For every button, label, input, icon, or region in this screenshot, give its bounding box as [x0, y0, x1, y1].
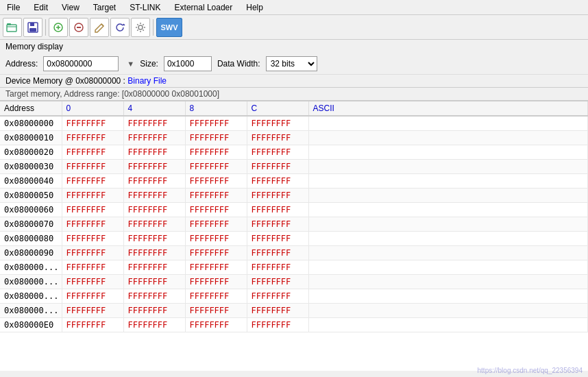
cell-col0: FFFFFFFF	[62, 232, 123, 246]
col-header-address: Address	[0, 101, 62, 116]
cell-col0: FFFFFFFF	[62, 145, 123, 160]
toolbar-separator-2	[153, 19, 154, 36]
settings-button[interactable]	[131, 18, 150, 37]
cell-address: 0x080000...	[0, 275, 62, 289]
menu-target[interactable]: Target	[89, 1, 120, 14]
cell-col4: FFFFFFFF	[123, 203, 185, 217]
cell-colc: FFFFFFFF	[247, 289, 308, 304]
cell-ascii	[308, 131, 588, 145]
col-header-8: 8	[185, 101, 247, 116]
cell-address: 0x08000060	[0, 203, 62, 217]
cell-colc: FFFFFFFF	[247, 203, 308, 217]
memory-display-section: Memory display	[0, 40, 588, 53]
menu-bar: File Edit View Target ST-LINK External L…	[0, 0, 588, 15]
col-header-4: 4	[123, 101, 185, 116]
cell-address: 0x08000050	[0, 188, 62, 203]
cell-col0: FFFFFFFF	[62, 260, 123, 275]
menu-stlink[interactable]: ST-LINK	[125, 1, 164, 14]
cell-ascii	[308, 116, 588, 131]
cell-col8: FFFFFFFF	[185, 217, 247, 232]
cell-col8: FFFFFFFF	[185, 174, 247, 188]
cell-col8: FFFFFFFF	[185, 160, 247, 174]
cell-address: 0x08000010	[0, 131, 62, 145]
save-button[interactable]	[23, 18, 42, 37]
cell-colc: FFFFFFFF	[247, 304, 308, 318]
table-header-row: Address 0 4 8 C ASCII	[0, 101, 588, 116]
table-row: 0x08000060 FFFFFFFF FFFFFFFF FFFFFFFF FF…	[0, 203, 588, 217]
device-memory-text: Device Memory @ 0x08000000 :	[5, 76, 125, 86]
cell-colc: FFFFFFFF	[247, 260, 308, 275]
swv-button[interactable]: SWV	[156, 18, 182, 37]
cell-col0: FFFFFFFF	[62, 246, 123, 260]
cell-ascii	[308, 145, 588, 160]
cell-address: 0x08000090	[0, 246, 62, 260]
edit-button[interactable]	[90, 18, 109, 37]
cell-col0: FFFFFFFF	[62, 318, 123, 332]
cell-ascii	[308, 174, 588, 188]
address-label: Address:	[5, 59, 38, 69]
table-row: 0x08000020 FFFFFFFF FFFFFFFF FFFFFFFF FF…	[0, 145, 588, 160]
open-button[interactable]	[3, 18, 22, 37]
cell-col4: FFFFFFFF	[123, 145, 185, 160]
refresh-button[interactable]	[110, 18, 130, 37]
cell-col8: FFFFFFFF	[185, 246, 247, 260]
cell-col0: FFFFFFFF	[62, 289, 123, 304]
cell-col0: FFFFFFFF	[62, 131, 123, 145]
cell-col4: FFFFFFFF	[123, 275, 185, 289]
menu-view[interactable]: View	[58, 1, 84, 14]
table-row: 0x080000... FFFFFFFF FFFFFFFF FFFFFFFF F…	[0, 304, 588, 318]
size-label: Size:	[140, 59, 158, 69]
table-row: 0x080000... FFFFFFFF FFFFFFFF FFFFFFFF F…	[0, 275, 588, 289]
cell-col8: FFFFFFFF	[185, 275, 247, 289]
watermark: https://blog.csdn.net/qq_22356394	[478, 367, 583, 374]
table-row: 0x080000... FFFFFFFF FFFFFFFF FFFFFFFF F…	[0, 260, 588, 275]
cell-colc: FFFFFFFF	[247, 116, 308, 131]
cell-colc: FFFFFFFF	[247, 232, 308, 246]
menu-external-loader[interactable]: External Loader	[171, 1, 237, 14]
svg-rect-0	[7, 25, 16, 32]
svg-point-7	[138, 25, 143, 29]
cell-ascii	[308, 260, 588, 275]
toolbar-separator-1	[45, 19, 46, 36]
data-width-select[interactable]: 8 bits 16 bits 32 bits	[266, 56, 317, 71]
cell-col0: FFFFFFFF	[62, 275, 123, 289]
cell-ascii	[308, 318, 588, 332]
cell-ascii	[308, 289, 588, 304]
table-body: 0x08000000 FFFFFFFF FFFFFFFF FFFFFFFF FF…	[0, 116, 588, 332]
menu-edit[interactable]: Edit	[29, 1, 52, 14]
table-row: 0x08000090 FFFFFFFF FFFFFFFF FFFFFFFF FF…	[0, 246, 588, 260]
cell-col4: FFFFFFFF	[123, 174, 185, 188]
col-header-ascii: ASCII	[308, 101, 588, 116]
disconnect-button[interactable]	[69, 18, 88, 37]
info-bar: Device Memory @ 0x08000000 : Binary File	[0, 75, 588, 88]
toolbar: SWV	[0, 15, 588, 40]
menu-help[interactable]: Help	[242, 1, 267, 14]
cell-address: 0x08000040	[0, 174, 62, 188]
cell-colc: FFFFFFFF	[247, 174, 308, 188]
table-row: 0x08000000 FFFFFFFF FFFFFFFF FFFFFFFF FF…	[0, 116, 588, 131]
cell-col4: FFFFFFFF	[123, 260, 185, 275]
binary-file-link[interactable]: Binary File	[127, 76, 167, 86]
address-input[interactable]	[43, 56, 119, 71]
table-row: 0x08000030 FFFFFFFF FFFFFFFF FFFFFFFF FF…	[0, 160, 588, 174]
table-row: 0x08000040 FFFFFFFF FFFFFFFF FFFFFFFF FF…	[0, 174, 588, 188]
cell-col8: FFFFFFFF	[185, 304, 247, 318]
cell-col4: FFFFFFFF	[123, 232, 185, 246]
cell-col8: FFFFFFFF	[185, 145, 247, 160]
cell-address: 0x080000E0	[0, 318, 62, 332]
connect-button[interactable]	[49, 18, 68, 37]
cell-col0: FFFFFFFF	[62, 174, 123, 188]
cell-col0: FFFFFFFF	[62, 304, 123, 318]
cell-col4: FFFFFFFF	[123, 318, 185, 332]
cell-ascii	[308, 232, 588, 246]
size-input[interactable]	[164, 56, 212, 71]
cell-colc: FFFFFFFF	[247, 246, 308, 260]
memory-table: Address 0 4 8 C ASCII 0x08000000 FFFFFFF…	[0, 101, 588, 332]
menu-file[interactable]: File	[3, 1, 24, 14]
cell-col4: FFFFFFFF	[123, 131, 185, 145]
cell-address: 0x08000020	[0, 145, 62, 160]
cell-col8: FFFFFFFF	[185, 232, 247, 246]
cell-col8: FFFFFFFF	[185, 203, 247, 217]
cell-col0: FFFFFFFF	[62, 116, 123, 131]
cell-col8: FFFFFFFF	[185, 188, 247, 203]
